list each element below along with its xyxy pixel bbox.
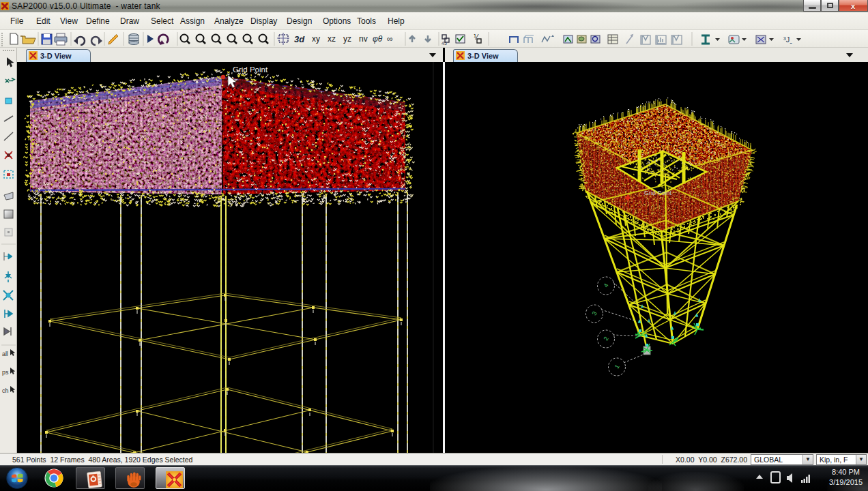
svg-text:3: 3 [591,310,598,316]
svg-text:³Jˍ: ³Jˍ [783,35,792,44]
svg-text:ps: ps [2,369,9,376]
svg-text:all: all [2,351,8,357]
svg-text:45: 45 [442,41,447,46]
svg-text:1: 1 [613,363,621,370]
svg-text:Grid Point: Grid Point [644,190,672,196]
svg-text:ch: ch [2,387,9,394]
svg-text:∞: ∞ [387,34,393,44]
svg-text:nv: nv [359,34,368,44]
svg-text:⅟: ⅟ [474,33,479,41]
svg-text:xy: xy [312,34,320,44]
svg-text:2: 2 [603,336,610,342]
svg-text:4: 4 [603,282,610,288]
svg-text:Grid Point: Grid Point [233,65,268,74]
svg-text:yz: yz [343,34,351,44]
svg-text:3d: 3d [294,34,305,44]
svg-text:φθ: φθ [373,34,383,44]
svg-text:xz: xz [328,34,336,44]
